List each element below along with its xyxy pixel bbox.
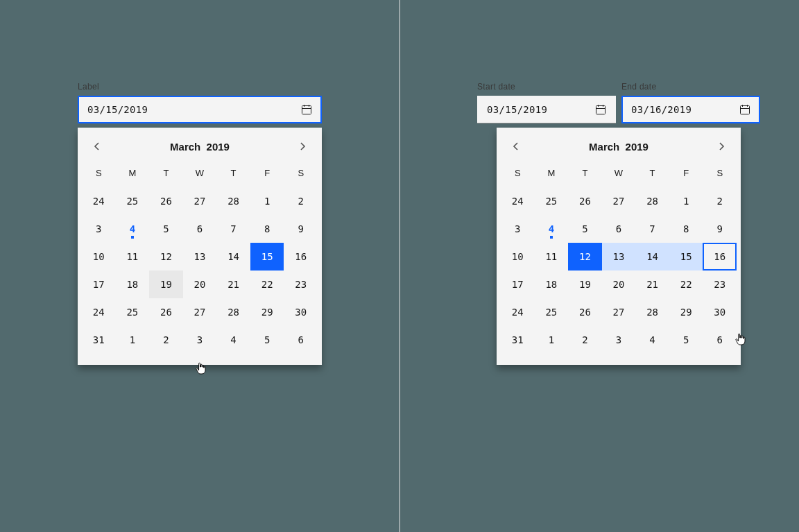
calendar-day[interactable]: 27 [183,298,217,326]
next-month-button[interactable] [291,135,313,157]
end-date-field: End date 03/16/2019 [621,82,760,123]
calendar-day[interactable]: 25 [116,187,150,215]
calendar-day[interactable]: 15 [669,243,703,271]
calendar-day[interactable]: 26 [568,187,602,215]
calendar-day[interactable]: 28 [216,298,250,326]
calendar-day[interactable]: 21 [635,271,669,298]
weekday-label: T [635,164,669,183]
calendar-day[interactable]: 25 [535,298,569,326]
calendar-day[interactable]: 2 [149,326,183,354]
calendar-day[interactable]: 19 [149,271,183,298]
calendar-day[interactable]: 1 [250,187,284,215]
calendar-day[interactable]: 23 [284,271,318,298]
calendar-day[interactable]: 7 [216,215,250,243]
calendar-day[interactable]: 28 [635,187,669,215]
calendar-day[interactable]: 6 [602,215,636,243]
calendar-day[interactable]: 22 [250,271,284,298]
calendar-day[interactable]: 6 [703,326,737,354]
calendar-day[interactable]: 12 [149,243,183,271]
calendar-day[interactable]: 20 [602,271,636,298]
calendar-day[interactable]: 26 [149,187,183,215]
calendar-day[interactable]: 2 [284,187,318,215]
calendar-day[interactable]: 24 [82,187,116,215]
calendar-day[interactable]: 1 [535,326,569,354]
calendar-day[interactable]: 24 [501,298,535,326]
calendar-day[interactable]: 17 [501,271,535,298]
calendar-day[interactable]: 4 [216,326,250,354]
calendar-day[interactable]: 9 [284,215,318,243]
calendar-day[interactable]: 20 [183,271,217,298]
calendar-day[interactable]: 27 [602,298,636,326]
next-month-button[interactable] [710,135,732,157]
calendar-day[interactable]: 21 [216,271,250,298]
calendar-day[interactable]: 29 [669,298,703,326]
calendar-day[interactable]: 27 [602,187,636,215]
calendar-day[interactable]: 5 [149,215,183,243]
calendar-day[interactable]: 28 [635,298,669,326]
calendar-day[interactable]: 1 [669,187,703,215]
calendar-day[interactable]: 13 [602,243,636,271]
calendar-day[interactable]: 8 [669,215,703,243]
calendar-day[interactable]: 1 [116,326,150,354]
calendar-day[interactable]: 30 [703,298,737,326]
calendar-day[interactable]: 5 [250,326,284,354]
calendar-day[interactable]: 13 [183,243,217,271]
calendar-day[interactable]: 15 [250,243,284,271]
calendar-day[interactable]: 31 [82,326,116,354]
calendar-day[interactable]: 14 [216,243,250,271]
calendar-day[interactable]: 4 [116,215,150,243]
calendar-day[interactable]: 22 [669,271,703,298]
calendar-day[interactable]: 10 [82,243,116,271]
calendar-day[interactable]: 30 [284,298,318,326]
calendar-day[interactable]: 14 [635,243,669,271]
calendar-day[interactable]: 26 [568,298,602,326]
calendar-week: 17181920212223 [82,271,318,298]
calendar-day[interactable]: 24 [82,298,116,326]
calendar-day[interactable]: 3 [82,215,116,243]
calendar-day[interactable]: 18 [535,271,569,298]
calendar-day[interactable]: 6 [183,215,217,243]
calendar-day[interactable]: 3 [602,326,636,354]
calendar-day[interactable]: 29 [250,298,284,326]
calendar-day[interactable]: 5 [568,215,602,243]
calendar-day[interactable]: 28 [216,187,250,215]
calendar-day[interactable]: 3 [183,326,217,354]
calendar-day[interactable]: 16 [703,243,737,271]
date-input[interactable]: 03/15/2019 [78,96,322,123]
calendar-day[interactable]: 25 [535,187,569,215]
calendar-day[interactable]: 7 [635,215,669,243]
calendar-day[interactable]: 6 [284,326,318,354]
prev-month-button[interactable] [86,135,108,157]
calendar-day[interactable]: 27 [183,187,217,215]
weekday-label: W [183,164,217,183]
calendar-day[interactable]: 8 [250,215,284,243]
calendar-week: 31123456 [82,326,318,354]
calendar-day[interactable]: 2 [568,326,602,354]
calendar-day[interactable]: 9 [703,215,737,243]
calendar-day[interactable]: 16 [284,243,318,271]
weekday-header: SMTWTFS [501,164,737,183]
start-date-input[interactable]: 03/15/2019 [477,96,616,123]
calendar-popover: March 2019 SMTWTFS 242526272812345678910… [497,128,741,365]
calendar-day[interactable]: 11 [535,243,569,271]
end-date-input[interactable]: 03/16/2019 [621,96,760,123]
calendar-day[interactable]: 4 [635,326,669,354]
calendar-day[interactable]: 12 [568,243,602,271]
calendar-day[interactable]: 24 [501,187,535,215]
calendar-day[interactable]: 26 [149,298,183,326]
calendar-day[interactable]: 10 [501,243,535,271]
calendar-day[interactable]: 18 [116,271,150,298]
calendar-icon [739,104,750,115]
calendar-day[interactable]: 31 [501,326,535,354]
calendar-day[interactable]: 25 [116,298,150,326]
calendar-day[interactable]: 19 [568,271,602,298]
calendar-day[interactable]: 2 [703,187,737,215]
calendar-day[interactable]: 11 [116,243,150,271]
calendar-day[interactable]: 4 [535,215,569,243]
calendar-day[interactable]: 3 [501,215,535,243]
calendar-day[interactable]: 17 [82,271,116,298]
calendar-day[interactable]: 23 [703,271,737,298]
calendar-day[interactable]: 5 [669,326,703,354]
prev-month-button[interactable] [505,135,527,157]
field-label: End date [621,82,760,92]
